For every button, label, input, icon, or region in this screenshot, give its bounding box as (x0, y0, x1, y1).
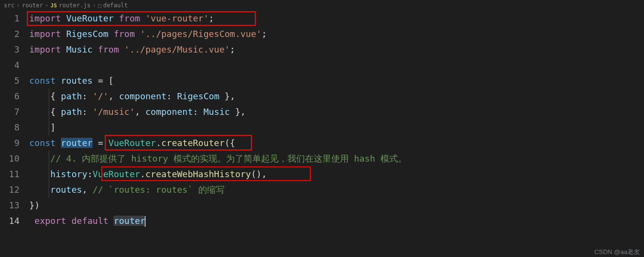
breadcrumb-router[interactable]: router (22, 2, 43, 9)
code-line[interactable]: import Music from '../pages/Music.vue'; (29, 42, 644, 57)
js-file-icon: JS (51, 2, 57, 9)
line-number: 8 (0, 120, 19, 135)
line-number-gutter: 1 2 3 4 5 6 7 8 9 10 11 12 13 14 (0, 11, 29, 229)
chevron-right-icon: › (45, 2, 48, 9)
chevron-right-icon: › (93, 2, 96, 9)
line-number: 10 (0, 151, 19, 166)
code-line[interactable]: import VueRouter from 'vue-router'; (29, 11, 644, 26)
code-editor[interactable]: 1 2 3 4 5 6 7 8 9 10 11 12 13 14 import … (0, 11, 644, 229)
code-line[interactable] (29, 57, 644, 73)
code-line[interactable]: const router = VueRouter.createRouter({ (29, 135, 644, 151)
line-number: 13 (0, 198, 19, 213)
line-number: 9 (0, 135, 19, 151)
line-number: 6 (0, 89, 19, 104)
symbol-icon: ⬚ (98, 2, 101, 9)
code-line[interactable]: }) (29, 198, 644, 213)
breadcrumb-src[interactable]: src (4, 2, 15, 9)
line-number: 14 (0, 213, 19, 229)
code-line[interactable]: history:VueRouter.createWebHashHistory()… (29, 166, 644, 182)
breadcrumb-symbol[interactable]: default (103, 2, 128, 9)
text-cursor (145, 216, 146, 227)
line-number: 1 (0, 11, 19, 26)
line-number: 2 (0, 26, 19, 42)
code-line[interactable]: import RigesCom from '../pages/RigesCom.… (29, 26, 644, 42)
code-line[interactable]: // 4. 内部提供了 history 模式的实现。为了简单起见，我们在这里使用… (29, 151, 644, 166)
line-number: 11 (0, 166, 19, 182)
line-number: 4 (0, 57, 19, 73)
breadcrumb[interactable]: src › router › JS router.js › ⬚ default (0, 0, 644, 11)
line-number: 12 (0, 182, 19, 198)
watermark: CSDN @aa老友 (594, 248, 640, 257)
code-line[interactable]: ] (29, 120, 644, 135)
code-line[interactable]: { path: '/music', component: Music }, (29, 104, 644, 120)
code-content[interactable]: import VueRouter from 'vue-router'; impo… (29, 11, 644, 229)
breadcrumb-file[interactable]: router.js (59, 2, 91, 9)
line-number: 3 (0, 42, 19, 57)
code-line[interactable]: { path: '/', component: RigesCom }, (29, 89, 644, 104)
line-number: 7 (0, 104, 19, 120)
code-line[interactable]: routes, // `routes: routes` 的缩写 (29, 182, 644, 198)
line-number: 5 (0, 73, 19, 89)
code-line[interactable]: export default router (29, 213, 644, 229)
code-line[interactable]: const routes = [ (29, 73, 644, 89)
chevron-right-icon: › (17, 2, 20, 9)
